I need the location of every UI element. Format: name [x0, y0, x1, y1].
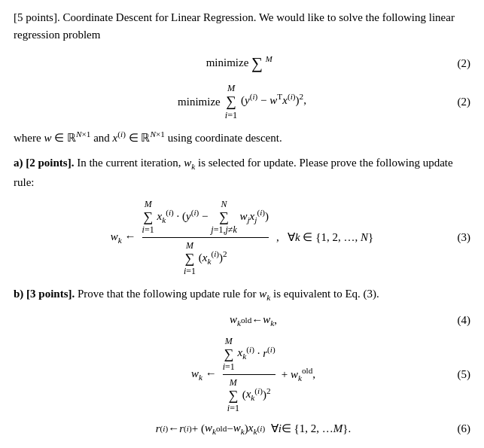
part-a-points: [2 points]. [26, 157, 74, 169]
minimize-label: minimize [206, 56, 249, 69]
eq5-number: (5) [458, 366, 471, 383]
eq2-row: minimize M ∑ i=1 (y(i) − wTx(i))2, (2) [14, 81, 470, 122]
sum-symbol-eq2: ∑ [251, 54, 263, 72]
sum-top-eq2: M [266, 54, 272, 63]
eq6-row: r(i) ← r(i) + (wkold − wk)xk(i) ∀i ∈ {1,… [36, 419, 470, 438]
intro-paragraph: [5 points]. Coordinate Descent for Linea… [14, 9, 470, 44]
eq3-number: (3) [458, 229, 471, 246]
eq3-content: wk ← M ∑ i=1 xk(i) · (y(i) − N ∑ j=1,j≠k… [14, 197, 470, 278]
equation-2-block: minimize ∑ M (2) [14, 52, 470, 76]
eq6-content: r(i) ← r(i) + (wkold − wk)xk(i) ∀i ∈ {1,… [36, 419, 470, 438]
eq5-row: wk ← M ∑ i=1 xk(i) · r(i) M ∑ i=1 [36, 334, 470, 415]
eq5-content: wk ← M ∑ i=1 xk(i) · r(i) M ∑ i=1 [36, 334, 470, 415]
part-a-label: a) [14, 157, 23, 169]
eq4-number: (4) [458, 312, 471, 329]
eq3-row: wk ← M ∑ i=1 xk(i) · (y(i) − N ∑ j=1,j≠k… [14, 197, 470, 278]
equation-2-content: minimize ∑ M [206, 52, 279, 76]
eq3-fraction: M ∑ i=1 xk(i) · (y(i) − N ∑ j=1,j≠k wjxj… [142, 197, 269, 278]
eq2-math: minimize M ∑ i=1 (y(i) − wTx(i))2, [178, 81, 306, 122]
main-content: [5 points]. Coordinate Descent for Linea… [14, 9, 470, 448]
points-label: [5 points]. [14, 11, 60, 23]
part-a-paragraph: a) [2 points]. In the current iteration,… [14, 154, 470, 191]
part-b-paragraph: b) [3 points]. Prove that the following … [14, 285, 470, 304]
where-paragraph: where w ∈ ℝN×1 and x(i) ∈ ℝN×1 using coo… [14, 128, 470, 147]
eq5-fraction: M ∑ i=1 xk(i) · r(i) M ∑ i=1 (xk(i))2 [223, 334, 275, 415]
part-b-label: b) [14, 288, 23, 300]
eq4-content: wkold ← wk, [36, 311, 470, 330]
eq2-number: (2) [458, 93, 471, 111]
eq2-number: (2) [458, 55, 471, 72]
eq6-number: (6) [458, 420, 471, 437]
eq4-row: wkold ← wk, (4) [36, 311, 470, 330]
title-text: Coordinate Descent for Linear Regression… [62, 11, 256, 23]
part-b-points: [3 points]. [26, 288, 75, 300]
